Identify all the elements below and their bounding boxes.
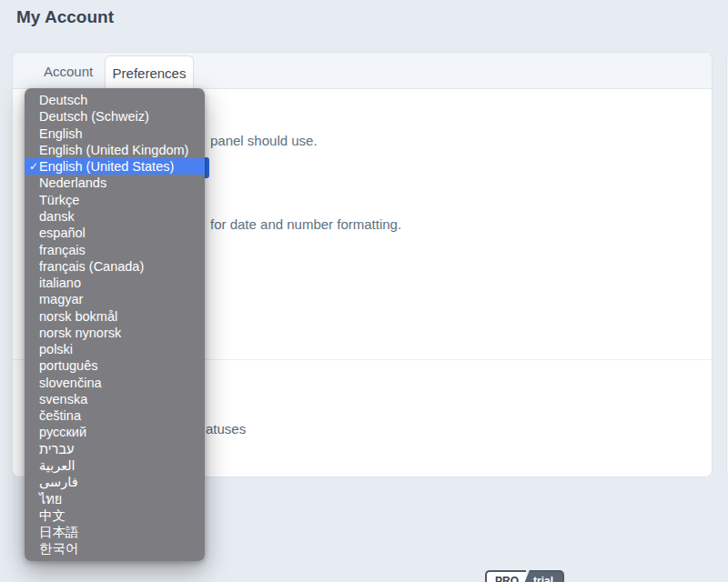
menu-item-label: العربية	[39, 457, 76, 474]
menu-item-label: português	[39, 357, 98, 374]
menu-item-label: 한국어	[39, 540, 79, 557]
menu-item-label: español	[39, 225, 86, 241]
menu-item-label: dansk	[39, 208, 75, 225]
menu-item-label: Nederlands	[39, 175, 106, 191]
page-title: My Account	[16, 7, 114, 27]
menu-item-12[interactable]: magyar	[25, 291, 205, 307]
menu-item-24[interactable]: ไทย	[25, 490, 205, 507]
menu-item-22[interactable]: العربية	[25, 457, 205, 474]
menu-item-20[interactable]: русский	[25, 424, 205, 440]
tabs-container: Account Preferences	[42, 53, 194, 89]
tab-account[interactable]: Account	[42, 64, 91, 79]
language-menu: DeutschDeutsch (Schweiz)EnglishEnglish (…	[25, 88, 205, 561]
account-page: My Account Account Preferences panel sho…	[0, 0, 728, 582]
menu-item-label: English	[39, 125, 83, 142]
menu-item-label: italiano	[39, 275, 81, 291]
menu-item-3[interactable]: English (United Kingdom)	[25, 142, 205, 158]
menu-item-27[interactable]: 한국어	[25, 540, 205, 557]
menu-item-1[interactable]: Deutsch (Schweiz)	[25, 108, 205, 125]
menu-item-25[interactable]: 中文	[25, 507, 205, 524]
menu-item-7[interactable]: dansk	[25, 208, 205, 225]
menu-item-label: norsk nynorsk	[39, 325, 121, 341]
menu-item-label: Deutsch (Schweiz)	[39, 108, 149, 125]
menu-item-label: slovenčina	[39, 375, 102, 391]
menu-item-label: 中文	[39, 507, 66, 524]
menu-item-label: français	[39, 242, 86, 258]
menu-item-label: فارسی	[39, 474, 78, 490]
menu-item-label: עברית	[39, 441, 74, 457]
menu-item-4[interactable]: ✓English (United States)	[25, 158, 205, 175]
menu-item-23[interactable]: فارسی	[25, 474, 205, 490]
menu-item-14[interactable]: norsk nynorsk	[25, 325, 205, 341]
menu-item-label: magyar	[39, 291, 83, 307]
menu-item-label: Türkçe	[39, 192, 79, 208]
statuses-label-fragment: atuses	[206, 421, 246, 436]
menu-item-26[interactable]: 日本語	[25, 524, 205, 540]
menu-item-label: русский	[39, 424, 86, 440]
menu-item-label: 日本語	[39, 524, 79, 540]
menu-item-9[interactable]: français	[25, 241, 205, 257]
menu-item-16[interactable]: português	[25, 357, 205, 374]
language-help-text: panel should use.	[210, 133, 318, 148]
menu-item-17[interactable]: slovenčina	[25, 375, 205, 391]
menu-item-label: English (United States)	[39, 158, 174, 175]
trial-badge-label: trial	[521, 570, 564, 582]
menu-item-18[interactable]: svenska	[25, 391, 205, 407]
menu-item-0[interactable]: Deutsch	[25, 92, 205, 108]
menu-item-label: ไทย	[39, 491, 62, 507]
menu-item-5[interactable]: Nederlands	[25, 175, 205, 191]
menu-item-6[interactable]: Türkçe	[25, 192, 205, 208]
menu-item-15[interactable]: polski	[25, 341, 205, 357]
pro-badge-label: PRO	[485, 570, 526, 582]
menu-item-19[interactable]: čeština	[25, 407, 205, 424]
menu-item-label: français (Canada)	[39, 258, 144, 275]
locale-help-text: for date and number formatting.	[210, 216, 401, 232]
menu-item-label: English (United Kingdom)	[39, 142, 188, 158]
menu-item-label: čeština	[39, 407, 81, 424]
menu-item-8[interactable]: español	[25, 225, 205, 241]
menu-item-label: Deutsch	[39, 92, 87, 108]
menu-item-13[interactable]: norsk bokmål	[25, 307, 205, 324]
pro-trial-badge[interactable]: PRO trial	[485, 570, 564, 582]
tab-bar: Account Preferences	[13, 53, 712, 89]
menu-item-11[interactable]: italiano	[25, 275, 205, 291]
menu-item-21[interactable]: עברית	[25, 441, 205, 457]
menu-item-10[interactable]: français (Canada)	[25, 258, 205, 275]
menu-item-label: svenska	[39, 391, 87, 407]
menu-item-label: norsk bokmål	[39, 308, 117, 325]
menu-item-label: polski	[39, 341, 73, 357]
checkmark-icon: ✓	[28, 158, 39, 175]
tab-preferences[interactable]: Preferences	[105, 55, 194, 90]
menu-item-2[interactable]: English	[25, 125, 205, 142]
